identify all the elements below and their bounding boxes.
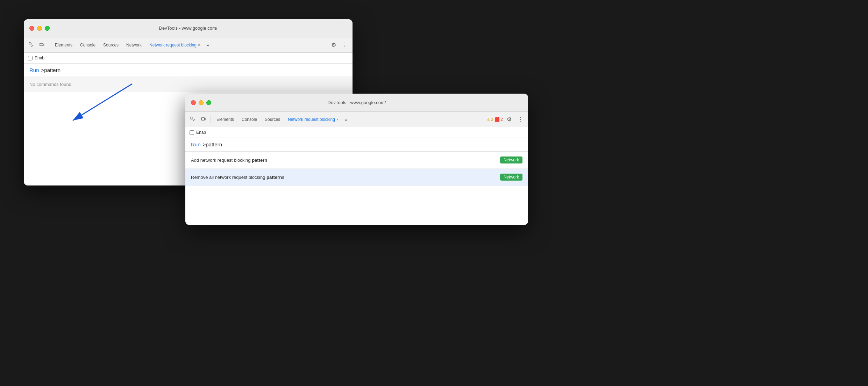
toolbar-separator-1 [49, 42, 49, 49]
selector-icon[interactable] [27, 40, 36, 50]
result-item-1[interactable]: Add network request blocking pattern Net… [185, 152, 528, 169]
result-badge-1[interactable]: Network [500, 156, 522, 163]
no-results-message-1: No commands found [24, 77, 353, 92]
tab-sources-2[interactable]: Sources [261, 115, 284, 124]
more-menu-icon-1[interactable]: ⋮ [340, 40, 350, 50]
error-icon: 🟥 [495, 117, 500, 122]
error-badge: 🟥 2 [495, 117, 503, 122]
gear-icon-2[interactable]: ⚙ [504, 115, 514, 124]
device-icon[interactable] [37, 40, 47, 50]
tab-sources-1[interactable]: Sources [100, 40, 122, 50]
result-badge-2[interactable]: Network [500, 174, 522, 181]
svg-rect-2 [43, 44, 44, 45]
svg-rect-0 [29, 43, 31, 45]
minimize-button-2[interactable] [199, 100, 204, 105]
svg-rect-5 [205, 118, 206, 120]
result-text-2: Remove all network request blocking patt… [191, 175, 284, 180]
window-title-1: DevTools - www.google.com/ [159, 26, 218, 31]
command-palette-2: Run >pattern [185, 138, 528, 152]
selector-icon-2[interactable] [188, 115, 198, 124]
tab-console-1[interactable]: Console [77, 40, 99, 50]
more-tabs-button-1[interactable]: » [204, 42, 211, 49]
warning-count: 3 [491, 117, 493, 122]
command-input-text-1[interactable]: >pattern [41, 67, 61, 73]
tab-network-1[interactable]: Network [123, 40, 145, 50]
tab-close-icon-2[interactable]: × [336, 117, 339, 122]
titlebar-1: DevTools - www.google.com/ [24, 19, 353, 37]
svg-rect-3 [191, 117, 193, 119]
close-button-1[interactable] [29, 26, 34, 31]
tab-network-request-blocking-2[interactable]: Network request blocking × [284, 115, 342, 124]
tab-elements-2[interactable]: Elements [213, 115, 237, 124]
result-text-1: Add network request blocking pattern [191, 158, 267, 163]
command-results: Add network request blocking pattern Net… [185, 152, 528, 186]
traffic-lights-1 [29, 26, 50, 31]
command-input-row-2: Run >pattern [185, 138, 528, 151]
svg-rect-4 [201, 118, 205, 120]
run-label-2: Run [191, 141, 201, 147]
tab-console-2[interactable]: Console [238, 115, 261, 124]
minimize-button-1[interactable] [37, 26, 42, 31]
command-input-text-2[interactable]: >pattern [203, 141, 222, 147]
maximize-button-1[interactable] [45, 26, 50, 31]
toolbar-right-2: ⚠ 3 🟥 2 ⚙ ⋮ [486, 115, 525, 124]
more-menu-icon-2[interactable]: ⋮ [515, 115, 525, 124]
device-icon-2[interactable] [199, 115, 208, 124]
window-title-2: DevTools - www.google.com/ [328, 100, 386, 105]
devtools-window-2: DevTools - www.google.com/ Elements Cons… [185, 94, 528, 225]
maximize-button-2[interactable] [206, 100, 211, 105]
enable-checkbox-1[interactable] [28, 56, 33, 60]
titlebar-2: DevTools - www.google.com/ [185, 94, 528, 112]
error-count: 2 [500, 117, 503, 122]
warning-badge: ⚠ 3 [486, 117, 493, 122]
enable-checkbox-row-2: Enab [185, 127, 528, 138]
close-button-2[interactable] [191, 100, 196, 105]
enable-checkbox-row-1: Enab [24, 53, 353, 64]
tab-close-icon-1[interactable]: × [198, 43, 200, 47]
svg-rect-1 [40, 43, 43, 46]
enable-label-2: Enab [196, 130, 206, 135]
devtools-body-2: Enab Run >pattern Add network request bl… [185, 127, 528, 225]
result-item-2[interactable]: Remove all network request blocking patt… [185, 169, 528, 186]
more-tabs-button-2[interactable]: » [343, 116, 350, 123]
enable-checkbox-2[interactable] [190, 130, 194, 135]
devtools-toolbar-1: Elements Console Sources Network Network… [24, 37, 353, 53]
toolbar-right-1: ⚙ ⋮ [329, 40, 350, 50]
tab-network-request-blocking-1[interactable]: Network request blocking × [146, 40, 204, 50]
warning-icon: ⚠ [486, 117, 490, 122]
devtools-toolbar-2: Elements Console Sources Network request… [185, 112, 528, 127]
run-label-1: Run [29, 67, 39, 73]
traffic-lights-2 [191, 100, 211, 105]
enable-label-1: Enab [35, 56, 44, 60]
gear-icon-1[interactable]: ⚙ [329, 40, 339, 50]
command-palette-1: Run >pattern No commands found [24, 64, 353, 92]
command-input-row-1: Run >pattern [24, 64, 353, 77]
toolbar-separator-2 [211, 116, 211, 123]
tab-elements-1[interactable]: Elements [51, 40, 76, 50]
